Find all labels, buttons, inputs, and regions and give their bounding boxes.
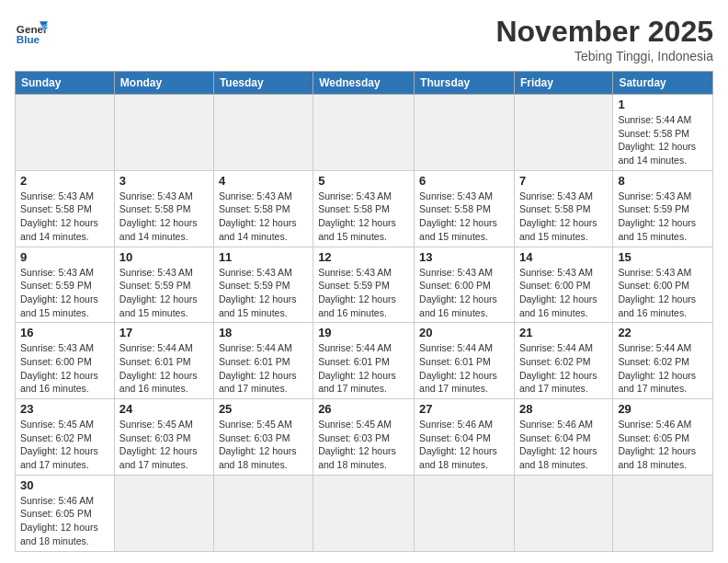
- day-number: 3: [119, 174, 209, 188]
- day-info: Sunrise: 5:43 AM Sunset: 5:59 PM Dayligh…: [20, 266, 109, 320]
- day-info: Sunrise: 5:45 AM Sunset: 6:03 PM Dayligh…: [318, 418, 409, 472]
- calendar-day-cell: [514, 475, 612, 551]
- calendar-day-cell: [313, 475, 415, 551]
- day-info: Sunrise: 5:43 AM Sunset: 5:58 PM Dayligh…: [519, 190, 608, 244]
- day-info: Sunrise: 5:43 AM Sunset: 5:58 PM Dayligh…: [20, 190, 109, 244]
- day-number: 1: [618, 98, 708, 111]
- day-number: 30: [20, 478, 109, 492]
- calendar-day-cell: 21Sunrise: 5:44 AM Sunset: 6:02 PM Dayli…: [514, 323, 612, 399]
- calendar-day-cell: [213, 95, 313, 171]
- calendar-day-cell: 23Sunrise: 5:45 AM Sunset: 6:02 PM Dayli…: [16, 399, 115, 476]
- calendar-header-monday: Monday: [114, 72, 213, 95]
- calendar-header-tuesday: Tuesday: [213, 72, 313, 95]
- day-info: Sunrise: 5:44 AM Sunset: 6:01 PM Dayligh…: [219, 341, 308, 396]
- day-number: 22: [618, 326, 708, 339]
- day-number: 26: [318, 402, 409, 416]
- day-info: Sunrise: 5:43 AM Sunset: 5:59 PM Dayligh…: [318, 266, 409, 320]
- day-info: Sunrise: 5:43 AM Sunset: 6:00 PM Dayligh…: [419, 266, 509, 320]
- calendar-day-cell: [415, 95, 515, 171]
- calendar-day-cell: 22Sunrise: 5:44 AM Sunset: 6:02 PM Dayli…: [613, 323, 713, 399]
- title-block: November 2025 Tebing Tinggi, Indonesia: [495, 15, 713, 63]
- day-number: 23: [20, 402, 109, 416]
- day-info: Sunrise: 5:43 AM Sunset: 6:00 PM Dayligh…: [618, 266, 708, 320]
- calendar-day-cell: 28Sunrise: 5:46 AM Sunset: 6:04 PM Dayli…: [514, 399, 612, 476]
- calendar-week-row: 16Sunrise: 5:43 AM Sunset: 6:00 PM Dayli…: [16, 323, 713, 399]
- calendar-week-row: 1Sunrise: 5:44 AM Sunset: 5:58 PM Daylig…: [16, 95, 713, 171]
- day-info: Sunrise: 5:44 AM Sunset: 6:01 PM Dayligh…: [318, 341, 409, 396]
- calendar-day-cell: 6Sunrise: 5:43 AM Sunset: 5:58 PM Daylig…: [415, 170, 515, 247]
- calendar-header-thursday: Thursday: [415, 72, 515, 95]
- day-number: 24: [119, 402, 209, 416]
- calendar-day-cell: 18Sunrise: 5:44 AM Sunset: 6:01 PM Dayli…: [213, 323, 313, 399]
- month-title: November 2025: [495, 15, 713, 49]
- day-number: 8: [618, 174, 708, 188]
- day-info: Sunrise: 5:43 AM Sunset: 5:59 PM Dayligh…: [119, 266, 209, 320]
- calendar-day-cell: 5Sunrise: 5:43 AM Sunset: 5:58 PM Daylig…: [313, 170, 415, 247]
- page-header: General Blue November 2025 Tebing Tinggi…: [15, 15, 713, 63]
- calendar-day-cell: 4Sunrise: 5:43 AM Sunset: 5:58 PM Daylig…: [213, 170, 313, 247]
- day-info: Sunrise: 5:44 AM Sunset: 6:02 PM Dayligh…: [618, 341, 708, 396]
- day-number: 14: [519, 250, 608, 264]
- day-number: 16: [20, 326, 109, 339]
- calendar-day-cell: 1Sunrise: 5:44 AM Sunset: 5:58 PM Daylig…: [613, 95, 713, 171]
- calendar-day-cell: 30Sunrise: 5:46 AM Sunset: 6:05 PM Dayli…: [16, 475, 115, 551]
- day-number: 29: [618, 402, 708, 416]
- calendar-day-cell: [213, 475, 313, 551]
- calendar-day-cell: 12Sunrise: 5:43 AM Sunset: 5:59 PM Dayli…: [313, 247, 415, 323]
- calendar-header-friday: Friday: [514, 72, 612, 95]
- calendar-day-cell: 20Sunrise: 5:44 AM Sunset: 6:01 PM Dayli…: [415, 323, 515, 399]
- calendar-header-saturday: Saturday: [613, 72, 713, 95]
- calendar-day-cell: 15Sunrise: 5:43 AM Sunset: 6:00 PM Dayli…: [613, 247, 713, 323]
- day-number: 5: [318, 174, 409, 188]
- day-number: 4: [219, 174, 308, 188]
- calendar-day-cell: 14Sunrise: 5:43 AM Sunset: 6:00 PM Dayli…: [514, 247, 612, 323]
- day-info: Sunrise: 5:46 AM Sunset: 6:05 PM Dayligh…: [20, 494, 109, 548]
- calendar-day-cell: [16, 95, 115, 171]
- day-number: 21: [519, 326, 608, 339]
- day-info: Sunrise: 5:45 AM Sunset: 6:03 PM Dayligh…: [119, 418, 209, 472]
- calendar-day-cell: 11Sunrise: 5:43 AM Sunset: 5:59 PM Dayli…: [213, 247, 313, 323]
- day-number: 25: [219, 402, 308, 416]
- calendar-week-row: 9Sunrise: 5:43 AM Sunset: 5:59 PM Daylig…: [16, 247, 713, 323]
- day-number: 7: [519, 174, 608, 188]
- calendar-header-sunday: Sunday: [16, 72, 115, 95]
- calendar-day-cell: [613, 475, 713, 551]
- day-number: 13: [419, 250, 509, 264]
- calendar-day-cell: 24Sunrise: 5:45 AM Sunset: 6:03 PM Dayli…: [114, 399, 213, 476]
- svg-text:Blue: Blue: [17, 33, 40, 45]
- day-info: Sunrise: 5:43 AM Sunset: 6:00 PM Dayligh…: [20, 341, 109, 396]
- day-info: Sunrise: 5:44 AM Sunset: 6:02 PM Dayligh…: [519, 341, 608, 396]
- calendar-week-row: 30Sunrise: 5:46 AM Sunset: 6:05 PM Dayli…: [16, 475, 713, 551]
- calendar-day-cell: [514, 95, 612, 171]
- day-info: Sunrise: 5:46 AM Sunset: 6:05 PM Dayligh…: [618, 418, 708, 472]
- day-number: 6: [419, 174, 509, 188]
- calendar-day-cell: 7Sunrise: 5:43 AM Sunset: 5:58 PM Daylig…: [514, 170, 612, 247]
- calendar-day-cell: 3Sunrise: 5:43 AM Sunset: 5:58 PM Daylig…: [114, 170, 213, 247]
- day-info: Sunrise: 5:43 AM Sunset: 5:58 PM Dayligh…: [119, 190, 209, 244]
- calendar-day-cell: [313, 95, 415, 171]
- calendar-day-cell: 16Sunrise: 5:43 AM Sunset: 6:00 PM Dayli…: [16, 323, 115, 399]
- calendar-day-cell: 9Sunrise: 5:43 AM Sunset: 5:59 PM Daylig…: [16, 247, 115, 323]
- calendar-table: SundayMondayTuesdayWednesdayThursdayFrid…: [15, 71, 713, 552]
- day-number: 11: [219, 250, 308, 264]
- day-number: 28: [519, 402, 608, 416]
- day-info: Sunrise: 5:43 AM Sunset: 5:58 PM Dayligh…: [219, 190, 308, 244]
- day-info: Sunrise: 5:45 AM Sunset: 6:03 PM Dayligh…: [219, 418, 308, 472]
- logo: General Blue: [15, 15, 48, 48]
- calendar-day-cell: [415, 475, 515, 551]
- calendar-day-cell: 19Sunrise: 5:44 AM Sunset: 6:01 PM Dayli…: [313, 323, 415, 399]
- day-number: 20: [419, 326, 509, 339]
- day-info: Sunrise: 5:46 AM Sunset: 6:04 PM Dayligh…: [419, 418, 509, 472]
- day-info: Sunrise: 5:43 AM Sunset: 5:59 PM Dayligh…: [219, 266, 308, 320]
- calendar-day-cell: 2Sunrise: 5:43 AM Sunset: 5:58 PM Daylig…: [16, 170, 115, 247]
- day-number: 12: [318, 250, 409, 264]
- calendar-day-cell: 10Sunrise: 5:43 AM Sunset: 5:59 PM Dayli…: [114, 247, 213, 323]
- day-number: 10: [119, 250, 209, 264]
- day-number: 27: [419, 402, 509, 416]
- logo-icon: General Blue: [15, 15, 48, 48]
- day-number: 18: [219, 326, 308, 339]
- day-number: 9: [20, 250, 109, 264]
- day-info: Sunrise: 5:44 AM Sunset: 6:01 PM Dayligh…: [419, 341, 509, 396]
- day-number: 15: [618, 250, 708, 264]
- day-info: Sunrise: 5:44 AM Sunset: 5:58 PM Dayligh…: [618, 113, 708, 167]
